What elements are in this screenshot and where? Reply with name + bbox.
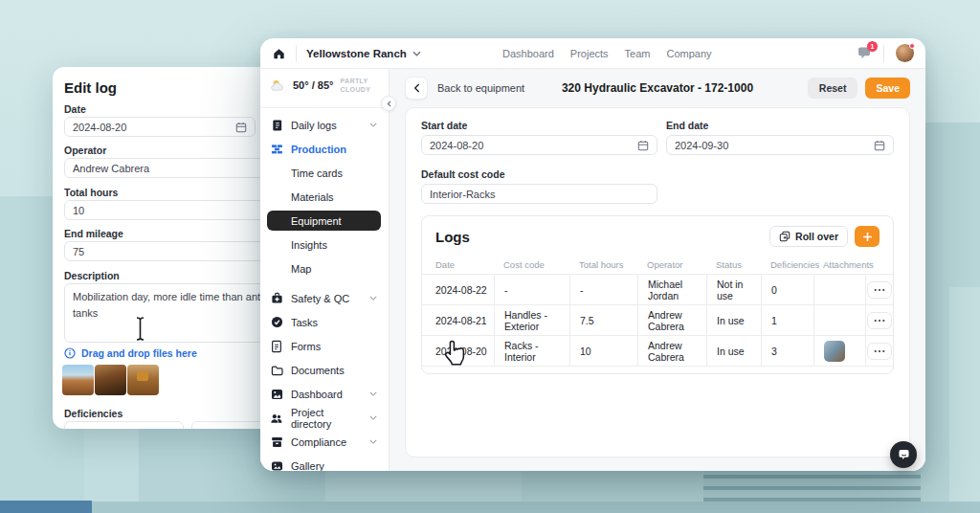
sidebar-item-production[interactable]: Production	[260, 137, 389, 161]
gallery-icon	[270, 460, 283, 472]
sidebar-item-daily-logs[interactable]: Daily logs	[260, 113, 389, 137]
notifications-button[interactable]: 1	[857, 46, 872, 60]
start-date-input[interactable]: 2024-08-20	[421, 135, 657, 155]
reset-button[interactable]: Reset	[808, 78, 858, 99]
equipment-form-card: Start date 2024-08-20 End date 2024-09-3…	[405, 107, 910, 457]
log-row-total-hours[interactable]: 10	[569, 335, 637, 366]
content-area: Back to equipment 320 Hydraulic Excavato…	[390, 69, 925, 471]
start-date-value: 2024-08-20	[430, 140, 483, 151]
roll-over-button[interactable]: Roll over	[769, 226, 848, 247]
row-menu-button[interactable]	[867, 343, 892, 360]
back-button[interactable]	[405, 77, 428, 100]
log-row-attachments[interactable]	[813, 335, 865, 366]
org-name: Yellowstone Ranch	[306, 48, 407, 59]
photo-thumbnail[interactable]	[127, 365, 159, 395]
nav-team[interactable]: Team	[625, 48, 651, 59]
save-button[interactable]: Save	[865, 78, 910, 99]
row-menu-button[interactable]	[867, 312, 892, 329]
log-row-attachments[interactable]	[813, 304, 865, 335]
log-row-status[interactable]: Not in use	[706, 274, 761, 304]
photo-thumbnail[interactable]	[95, 365, 126, 395]
log-row-cost-code[interactable]: Racks - Interior	[494, 335, 569, 366]
sidebar-collapse-button[interactable]	[381, 96, 396, 111]
log-row-operator[interactable]: Michael Jordan	[637, 274, 706, 304]
content-header: Back to equipment 320 Hydraulic Excavato…	[390, 69, 925, 107]
weather-widget: 50° / 85° PARTLY CLOUDY	[270, 77, 382, 95]
sidebar-item-dashboard[interactable]: Dashboard	[260, 382, 389, 406]
nav-projects[interactable]: Projects	[570, 48, 609, 59]
attachment-thumbnail[interactable]	[824, 341, 845, 362]
ellipsis-icon	[874, 319, 885, 323]
log-row-actions	[865, 335, 893, 366]
logs-table: Date Cost code Total hours Operator Stat…	[422, 255, 893, 366]
log-row-cost-code[interactable]: Handles - Exterior	[494, 304, 569, 335]
cost-code-input[interactable]: Interior-Racks	[421, 184, 657, 204]
row-menu-button[interactable]	[867, 281, 892, 299]
photo-thumbnail[interactable]	[62, 365, 94, 395]
start-date-label: Start date	[421, 120, 657, 131]
org-switcher[interactable]: Yellowstone Ranch	[306, 48, 421, 59]
background-ground	[0, 502, 980, 513]
log-row-date[interactable]: 2024-08-20	[422, 335, 494, 366]
sidebar-item-equipment[interactable]: Equipment	[267, 211, 381, 231]
sidebar-item-forms[interactable]: Forms	[260, 334, 389, 358]
log-row-deficiencies[interactable]: 3	[761, 335, 813, 366]
sidebar-item-project-directory[interactable]: Project directory	[260, 406, 389, 430]
log-row-total-hours[interactable]: 7.5	[569, 304, 637, 335]
screenshot-root: Edit log Date 2024-08-20 Operator Andrew…	[0, 0, 980, 513]
sidebar-item-compliance[interactable]: Compliance	[260, 430, 389, 454]
nav-company[interactable]: Company	[666, 48, 711, 59]
weather-condition: PARTLY CLOUDY	[340, 77, 382, 95]
sidebar-item-insights[interactable]: Insights	[260, 233, 389, 256]
log-row-attachments[interactable]	[813, 274, 865, 304]
column-header-status: Status	[706, 255, 761, 274]
sidebar-item-safety-qc[interactable]: Safety & QC	[260, 286, 389, 310]
sidebar-item-map[interactable]: Map	[260, 256, 389, 280]
total-hours-label: Total hours	[64, 187, 118, 198]
sidebar-item-time-cards[interactable]: Time cards	[260, 161, 389, 185]
log-row-deficiencies[interactable]: 1	[761, 304, 813, 335]
calendar-icon	[874, 140, 885, 151]
log-row-total-hours[interactable]: -	[569, 274, 637, 304]
add-log-button[interactable]	[855, 226, 880, 247]
chat-launcher-button[interactable]	[890, 441, 917, 468]
logs-header: Logs Roll over	[422, 226, 893, 255]
file-dropzone[interactable]: Drag and drop files here	[64, 347, 197, 359]
plus-icon	[862, 232, 873, 242]
dropzone-label: Drag and drop files here	[81, 347, 197, 359]
partly-cloudy-icon	[270, 78, 286, 92]
chevron-left-icon	[413, 83, 420, 93]
user-avatar[interactable]	[896, 44, 914, 62]
people-icon	[270, 413, 283, 424]
log-row-date[interactable]: 2024-08-21	[422, 304, 494, 335]
logs-section: Logs Roll over	[421, 215, 894, 374]
log-row-operator[interactable]: Andrew Cabrera	[637, 335, 706, 366]
back-label[interactable]: Back to equipment	[437, 82, 524, 94]
sidebar-item-gallery[interactable]: Gallery	[260, 454, 389, 471]
sidebar-item-tasks[interactable]: Tasks	[260, 310, 389, 334]
calendar-icon	[235, 122, 247, 133]
log-row-deficiencies[interactable]: 0	[761, 274, 813, 304]
end-date-value: 2024-09-30	[675, 140, 728, 151]
log-row-operator[interactable]: Andrew Cabrera	[637, 304, 706, 335]
chevron-down-icon	[412, 51, 421, 56]
sidebar-item-materials[interactable]: Materials	[260, 185, 389, 209]
sidebar-item-documents[interactable]: Documents	[260, 358, 389, 382]
log-row-status[interactable]: In use	[706, 304, 761, 335]
chevron-down-icon	[369, 391, 377, 396]
home-icon[interactable]	[272, 46, 286, 60]
window-body: 50° / 85° PARTLY CLOUDY Daily logs Pr	[260, 69, 925, 471]
end-mileage-value: 75	[73, 246, 84, 257]
deficiency-input[interactable]	[64, 421, 184, 429]
log-row-status[interactable]: In use	[706, 335, 761, 366]
page-title: 320 Hydraulic Excavator - 172-1000	[562, 81, 753, 95]
dashboard-icon	[270, 389, 283, 400]
app-window: Yellowstone Ranch Dashboard Projects Tea…	[260, 38, 925, 471]
end-mileage-label: End mileage	[64, 228, 123, 239]
nav-dashboard[interactable]: Dashboard	[502, 48, 554, 59]
end-date-input[interactable]: 2024-09-30	[666, 135, 894, 155]
log-row-cost-code[interactable]: -	[494, 274, 569, 304]
date-input[interactable]: 2024-08-20	[64, 117, 256, 137]
log-row-date[interactable]: 2024-08-22	[422, 274, 494, 304]
divider	[883, 45, 884, 62]
